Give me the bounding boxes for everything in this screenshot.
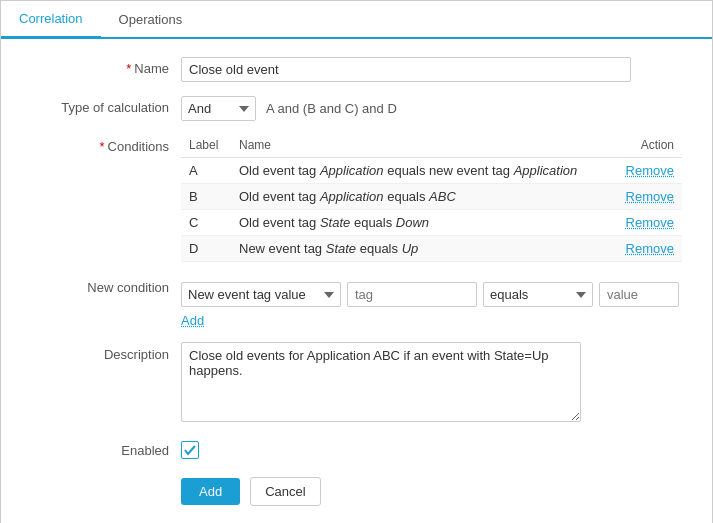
checkmark-icon (184, 444, 196, 456)
button-row: Add Cancel (31, 477, 682, 506)
remove-link[interactable]: Remove (626, 215, 674, 230)
col-action-header: Action (602, 135, 682, 158)
conditions-table: Label Name Action A Old event tag Applic… (181, 135, 682, 262)
conditions-section: Label Name Action A Old event tag Applic… (181, 135, 682, 262)
main-window: Correlation Operations *Name Type of cal… (0, 0, 713, 523)
calc-expression: A and (B and C) and D (266, 101, 397, 116)
condition-label: D (181, 236, 231, 262)
remove-link[interactable]: Remove (626, 241, 674, 256)
description-row: Description (31, 342, 682, 425)
new-cond-tag-input[interactable] (347, 282, 477, 307)
form-content: *Name Type of calculation And Or Custom … (1, 39, 712, 523)
enabled-field (181, 441, 682, 459)
table-row: B Old event tag Application equals ABC R… (181, 184, 682, 210)
new-condition-row: New condition New event tag value Old ev… (31, 276, 682, 328)
new-condition-inputs: New event tag value Old event tag value … (181, 282, 682, 307)
description-label: Description (31, 342, 181, 362)
description-textarea[interactable] (181, 342, 581, 422)
add-button[interactable]: Add (181, 478, 240, 505)
new-cond-value-input[interactable] (599, 282, 679, 307)
tab-bar: Correlation Operations (1, 1, 712, 39)
description-field (181, 342, 682, 425)
new-condition-field: New event tag value Old event tag value … (181, 276, 682, 328)
condition-action: Remove (602, 210, 682, 236)
condition-action: Remove (602, 158, 682, 184)
col-name-header: Name (231, 135, 602, 158)
new-cond-operator-select[interactable]: equals does not equal contains does not … (483, 282, 593, 307)
condition-label: B (181, 184, 231, 210)
conditions-header: Label Name Action (181, 135, 682, 158)
new-cond-type-select[interactable]: New event tag value Old event tag value … (181, 282, 341, 307)
cond-required-star: * (100, 139, 105, 154)
enabled-label: Enabled (31, 439, 181, 458)
condition-label: C (181, 210, 231, 236)
condition-desc: Old event tag State equals Down (231, 210, 602, 236)
enabled-checkbox[interactable] (181, 441, 199, 459)
condition-desc: Old event tag Application equals new eve… (231, 158, 602, 184)
condition-action: Remove (602, 184, 682, 210)
calc-row: Type of calculation And Or Custom A and … (31, 96, 682, 121)
conditions-row: *Conditions Label Name Action A Old even… (31, 135, 682, 262)
condition-desc: Old event tag Application equals ABC (231, 184, 602, 210)
remove-link[interactable]: Remove (626, 163, 674, 178)
col-label-header: Label (181, 135, 231, 158)
calc-select[interactable]: And Or Custom (181, 96, 256, 121)
condition-label: A (181, 158, 231, 184)
cancel-button[interactable]: Cancel (250, 477, 320, 506)
table-row: C Old event tag State equals Down Remove (181, 210, 682, 236)
remove-link[interactable]: Remove (626, 189, 674, 204)
calc-label: Type of calculation (31, 96, 181, 115)
add-condition-link[interactable]: Add (181, 313, 204, 328)
calc-field: And Or Custom A and (B and C) and D (181, 96, 682, 121)
required-star: * (126, 61, 131, 76)
tab-correlation[interactable]: Correlation (1, 1, 101, 39)
table-row: A Old event tag Application equals new e… (181, 158, 682, 184)
name-field (181, 57, 682, 82)
condition-action: Remove (602, 236, 682, 262)
condition-desc: New event tag State equals Up (231, 236, 602, 262)
name-input[interactable] (181, 57, 631, 82)
conditions-label: *Conditions (31, 135, 181, 154)
enabled-row: Enabled (31, 439, 682, 459)
name-label: *Name (31, 57, 181, 76)
new-condition-label: New condition (31, 276, 181, 295)
name-row: *Name (31, 57, 682, 82)
tab-operations[interactable]: Operations (101, 1, 201, 37)
table-row: D New event tag State equals Up Remove (181, 236, 682, 262)
